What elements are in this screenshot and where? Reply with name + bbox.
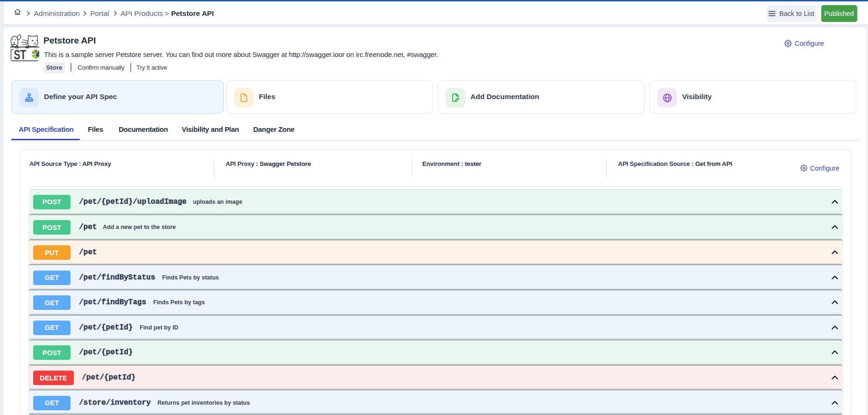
svg-text:ST: ST: [14, 47, 27, 62]
